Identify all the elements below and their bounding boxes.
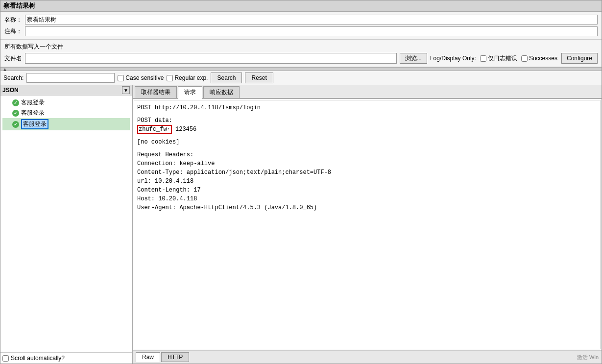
regular-exp-label: Regular exp. [174,74,208,81]
content-line-11: User-Agent: Apache-HttpClient/4.5.3 (Jav… [137,203,597,212]
bottom-tab-raw[interactable]: Raw [136,352,160,362]
log-options: Log/Display Only: 仅日志错误 Successes Config… [430,53,598,64]
case-sensitive-checkbox[interactable] [118,75,124,81]
content-line-7: Content-Type: application/json;text/plai… [137,168,597,177]
left-panel-title: JSON [2,87,122,94]
case-sensitive-option[interactable]: Case sensitive [118,74,164,81]
content-line-10: Host: 10.20.4.118 [137,194,597,203]
file-desc: 所有数据写入一个文件 [4,43,63,50]
browse-button[interactable]: 浏览... [400,53,427,64]
tree-item-label-1: 客服登录 [21,98,45,107]
green-check-icon-2 [12,110,19,117]
tree-area: 客服登录 客服登录 客服登录 [0,96,132,352]
search-bar: Search: Case sensitive Regular exp. Sear… [0,71,602,85]
search-button[interactable]: Search [211,73,242,83]
scroll-auto-checkbox[interactable] [2,355,9,362]
tree-item-label-2: 客服登录 [21,109,45,117]
search-input[interactable] [26,73,115,83]
left-panel-header: JSON ▼ [0,85,132,96]
content-line-blank-1 [137,112,597,116]
window-title: 察看结果树 [3,2,35,9]
content-line-blank-3 [137,146,597,150]
name-row: 名称： [4,14,598,25]
tree-item-2[interactable]: 客服登录 [2,108,130,118]
content-area[interactable]: POST http://10.20.4.118/lsmsp/login POST… [134,100,601,349]
file-section: 所有数据写入一个文件 文件名 浏览... Log/Display Only: 仅… [0,40,602,67]
content-line-0: POST http://10.20.4.118/lsmsp/login [137,103,597,112]
tree-item-3[interactable]: 客服登录 [2,118,130,130]
content-line-4: [no cookies] [137,138,597,146]
name-input[interactable] [25,15,598,24]
comment-label: 注释： [4,27,22,36]
scroll-auto-label: Scroll automatically? [11,355,65,362]
content-line-8: url: 10.20.4.118 [137,177,597,186]
form-section: 名称： 注释： [0,12,602,40]
errors-option[interactable]: 仅日志错误 [480,54,517,63]
reset-button[interactable]: Reset [245,73,273,83]
dropdown-button[interactable]: ▼ [122,86,130,94]
successes-option[interactable]: Successes [521,55,557,62]
configure-button[interactable]: Configure [561,53,598,64]
tab-sampler[interactable]: 取样器结果 [135,86,177,98]
search-label: Search: [3,74,24,81]
successes-checkbox[interactable] [521,55,528,62]
main-content: JSON ▼ 客服登录 客服登录 客服登录 Scrol [0,85,602,364]
regular-exp-checkbox[interactable] [167,75,173,81]
tab-request[interactable]: 请求 [178,86,202,99]
content-line-6: Connection: keep-alive [137,159,597,168]
title-bar: 察看结果树 [0,0,602,12]
file-row: 文件名 浏览... Log/Display Only: 仅日志错误 Succes… [4,52,598,65]
log-label: Log/Display Only: [430,55,476,62]
bottom-tab-http[interactable]: HTTP [161,352,189,362]
file-desc-row: 所有数据写入一个文件 [4,42,598,52]
bottom-bar: Raw HTTP 激活 Win [133,350,602,364]
comment-row: 注释： [4,25,598,37]
errors-label: 仅日志错误 [488,54,517,63]
main-window: 察看结果树 名称： 注释： 所有数据写入一个文件 文件名 浏览... Log/D… [0,0,602,364]
successes-label: Successes [529,55,557,62]
top-divider: ▲ [0,67,602,71]
file-label: 文件名 [4,54,22,63]
tree-item-label-3: 客服登录 [21,119,48,129]
bottom-tabs: Raw HTTP [136,352,189,362]
highlight-text: zhufc_fw· [137,125,172,134]
content-line-9: Content-Length: 17 [137,186,597,194]
tab-response[interactable]: 响应数据 [203,86,240,98]
comment-input[interactable] [25,26,598,36]
tabs-row: 取样器结果 请求 响应数据 [133,85,602,99]
content-line-5: Request Headers: [137,150,597,159]
left-panel: JSON ▼ 客服登录 客服登录 客服登录 Scrol [0,85,133,364]
content-line-blank-2 [137,134,597,138]
tree-item-1[interactable]: 客服登录 [2,97,130,108]
file-input[interactable] [25,53,397,64]
right-panel: 取样器结果 请求 响应数据 POST http://10.20.4.118/ls… [133,85,602,364]
case-sensitive-label: Case sensitive [125,74,164,81]
name-label: 名称： [4,16,22,24]
green-check-icon-3 [12,121,19,128]
green-check-icon-1 [12,99,19,106]
left-bottom: Scroll automatically? [0,352,132,364]
content-line-3: zhufc_fw· 123456 [137,125,597,134]
errors-checkbox[interactable] [480,55,486,62]
watermark: 激活 Win [577,354,599,361]
regular-exp-option[interactable]: Regular exp. [167,74,208,81]
content-line-2: POST data: [137,116,597,125]
